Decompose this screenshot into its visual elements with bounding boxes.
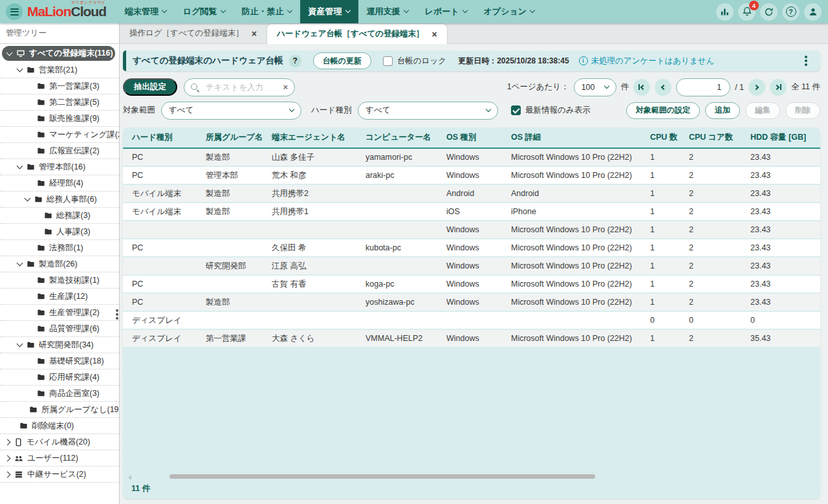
prev-page-button[interactable] bbox=[655, 79, 671, 96]
table-row[interactable]: ディスプレイ 0 0 0 bbox=[123, 311, 820, 329]
edit-button: 編集 bbox=[745, 102, 780, 119]
table-row[interactable]: Windows Microsoft Windows 10 Pro (22H2) … bbox=[123, 221, 820, 239]
tree-item[interactable]: 基礎研究課(18) bbox=[0, 353, 119, 369]
table-row[interactable]: PC 管理本部 荒木 和彦 araki-pc Windows Microsoft… bbox=[123, 166, 820, 184]
latest-only-checkbox[interactable] bbox=[511, 105, 521, 115]
hamburger-menu-icon[interactable] bbox=[6, 3, 23, 20]
tree-item[interactable]: 人事課(3) bbox=[0, 224, 119, 240]
tree-item[interactable]: 第二営業課(5) bbox=[0, 94, 119, 111]
tab[interactable]: 操作ログ［すべての登録端末］ bbox=[120, 23, 267, 43]
scrollbar-thumb[interactable] bbox=[169, 474, 595, 479]
tree-item[interactable]: 法務部(1) bbox=[0, 240, 119, 256]
notifications-button[interactable]: 4 bbox=[738, 3, 756, 21]
first-page-button[interactable] bbox=[633, 79, 650, 96]
scroll-left-arrow-icon[interactable] bbox=[128, 475, 131, 480]
table-row[interactable]: PC 古賀 有香 koga-pc Windows Microsoft Windo… bbox=[123, 275, 820, 293]
table-row[interactable]: PC 製造部 yoshizawa-pc Windows Microsoft Wi… bbox=[123, 293, 820, 311]
tree-item[interactable]: マーケティング課(2) bbox=[0, 127, 119, 143]
tree-item[interactable]: 広報宣伝課(2) bbox=[0, 143, 119, 159]
next-page-button[interactable] bbox=[748, 79, 765, 96]
tree-item[interactable]: すべての登録端末(116) bbox=[2, 46, 115, 61]
table-row[interactable]: PC 製造部 山森 多佳子 yamamori-pc Windows Micros… bbox=[123, 148, 820, 166]
banner-menu-kebab-icon[interactable] bbox=[800, 54, 812, 67]
tree-item[interactable]: 総務人事部(6) bbox=[0, 192, 119, 208]
latest-only-control[interactable]: 最新情報のみ表示 bbox=[511, 105, 591, 116]
close-icon[interactable] bbox=[432, 30, 437, 39]
nav-item[interactable]: 端末管理 bbox=[116, 0, 175, 23]
tree-item[interactable]: 販売推進課(9) bbox=[0, 111, 119, 127]
tab[interactable]: ハードウェア台帳［すべての登録端末］ bbox=[267, 23, 448, 44]
tree-item-label: 製造部(26) bbox=[39, 259, 78, 270]
table-row[interactable]: PC 久保田 希 kubota-pc Windows Microsoft Win… bbox=[123, 239, 820, 257]
nav-item[interactable]: 防止・禁止 bbox=[234, 0, 300, 23]
tree-item[interactable]: 製造部(26) bbox=[0, 256, 119, 272]
panel-resize-handle[interactable] bbox=[116, 313, 118, 316]
search-box[interactable] bbox=[184, 78, 295, 96]
tree-item[interactable]: 生産課(12) bbox=[0, 289, 119, 305]
tree-item[interactable]: 中継サービス(2) bbox=[0, 466, 119, 483]
header-actions: 4 bbox=[716, 3, 822, 21]
cell-agent: 山森 多佳子 bbox=[272, 148, 365, 166]
folder-icon bbox=[37, 389, 45, 397]
tree-chevron-icon[interactable] bbox=[17, 66, 23, 72]
nav-item[interactable]: 運用支援 bbox=[358, 0, 417, 23]
tree-item[interactable]: 品質管理課(6) bbox=[0, 321, 119, 337]
tree-chevron-icon[interactable] bbox=[5, 471, 11, 477]
table-row[interactable]: ディスプレイ 第一営業課 大森 さくら VMMAL-HELP2 Windows … bbox=[123, 329, 820, 347]
tree-chevron-icon[interactable] bbox=[25, 195, 31, 202]
tree-chevron-icon[interactable] bbox=[5, 455, 11, 461]
tree-item[interactable]: 生産管理課(2) bbox=[0, 305, 119, 321]
hardtype-select[interactable]: すべて bbox=[358, 102, 498, 120]
search-input[interactable] bbox=[204, 82, 278, 93]
tree-chevron-icon[interactable] bbox=[6, 49, 13, 56]
table-row[interactable]: 研究開発部 江原 高弘 Windows Microsoft Windows 10… bbox=[123, 257, 820, 275]
nav-item[interactable]: 資産管理 bbox=[300, 0, 358, 23]
tree-item[interactable]: ユーザー(112) bbox=[0, 450, 119, 466]
latest-only-label: 最新情報のみ表示 bbox=[525, 105, 591, 116]
folder-icon bbox=[44, 212, 52, 219]
tree-item[interactable]: 商品企画室(3) bbox=[0, 386, 119, 402]
total-count: 全 11 件 bbox=[791, 82, 820, 93]
tree-chevron-icon[interactable] bbox=[5, 439, 11, 445]
page-number-input[interactable] bbox=[676, 78, 730, 96]
help-button[interactable] bbox=[782, 3, 800, 21]
tree-item[interactable]: 所属グループなし(19) bbox=[0, 402, 119, 418]
tree-item[interactable]: 第一営業課(3) bbox=[0, 78, 119, 94]
tree-chevron-icon[interactable] bbox=[17, 341, 23, 347]
table-row[interactable]: モバイル端末 製造部 共用携帯1 iOS iPhone 1 2 23.43 bbox=[123, 203, 820, 221]
tab-bar: 管理ツリー 操作ログ［すべての登録端末］ ハードウェア台帳［すべての登録端末］ bbox=[0, 23, 828, 44]
nav-item[interactable]: レポート bbox=[417, 0, 475, 23]
tree-item[interactable]: 管理本部(16) bbox=[0, 159, 119, 175]
ledger-lock-checkbox[interactable] bbox=[383, 56, 393, 66]
add-button[interactable]: 追加 bbox=[705, 102, 740, 119]
tree-chevron-icon[interactable] bbox=[17, 163, 23, 170]
tree-item[interactable]: 製造技術課(1) bbox=[0, 272, 119, 289]
tree-item[interactable]: 応用研究課(4) bbox=[0, 369, 119, 386]
update-ledger-button[interactable]: 台帳の更新 bbox=[313, 52, 371, 69]
tree-item[interactable]: 削除端末(0) bbox=[0, 418, 119, 434]
table-row[interactable]: モバイル端末 製造部 共用携帯2 Android Android 1 2 23.… bbox=[123, 184, 820, 203]
extract-settings-button[interactable]: 抽出設定 bbox=[123, 78, 177, 96]
help-circle-icon[interactable] bbox=[289, 55, 301, 67]
tree-item[interactable]: 経理部(4) bbox=[0, 175, 119, 192]
cell-computer bbox=[365, 184, 446, 203]
per-page-select[interactable]: 100 bbox=[574, 78, 616, 96]
last-page-button[interactable] bbox=[770, 79, 787, 96]
cell-hdd: 23.43 bbox=[750, 203, 820, 221]
tree-chevron-icon[interactable] bbox=[17, 260, 23, 267]
scope-select[interactable]: すべて bbox=[161, 102, 301, 120]
tree-item[interactable]: 研究開発部(34) bbox=[0, 337, 119, 353]
close-icon[interactable] bbox=[252, 29, 257, 38]
tree-item[interactable]: モバイル機器(20) bbox=[0, 434, 119, 450]
stats-button[interactable] bbox=[716, 3, 734, 21]
tree-item[interactable]: 営業部(21) bbox=[0, 62, 119, 78]
tree-item[interactable]: 総務課(3) bbox=[0, 208, 119, 224]
survey-notice-link[interactable]: 未処理のアンケートはありません bbox=[579, 56, 715, 67]
scope-setting-button[interactable]: 対象範囲の設定 bbox=[626, 102, 700, 119]
clear-icon[interactable] bbox=[283, 82, 288, 92]
nav-item[interactable]: オプション bbox=[475, 0, 543, 23]
refresh-button[interactable] bbox=[760, 3, 778, 21]
account-button[interactable] bbox=[804, 3, 822, 21]
nav-item[interactable]: ログ閲覧 bbox=[175, 0, 234, 23]
ledger-lock-control[interactable]: 台帳のロック bbox=[383, 56, 446, 67]
